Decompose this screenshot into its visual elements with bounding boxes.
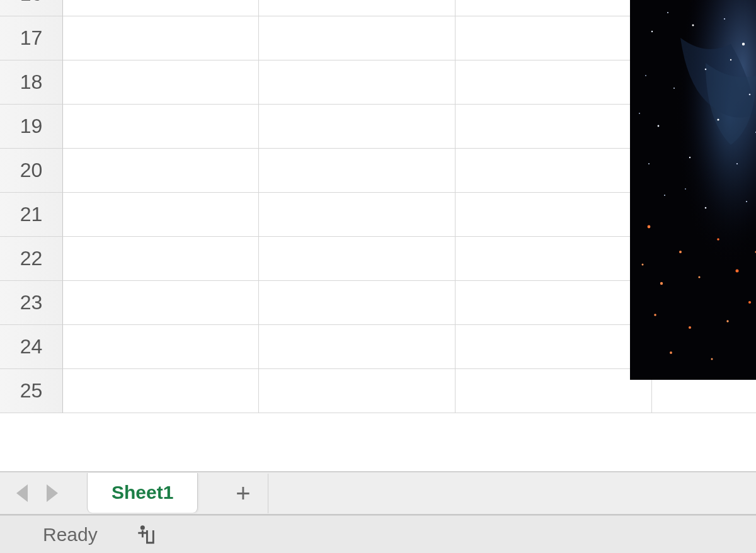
cell[interactable] [259, 325, 455, 369]
cell[interactable] [63, 281, 259, 325]
row-header[interactable]: 20 [0, 149, 63, 193]
row-header[interactable]: 18 [0, 60, 63, 105]
row-header[interactable]: 19 [0, 105, 63, 149]
svg-point-33 [645, 75, 646, 76]
svg-point-21 [717, 238, 719, 241]
cell[interactable] [455, 369, 652, 413]
svg-point-38 [140, 525, 145, 530]
accessibility-icon[interactable] [135, 524, 157, 545]
svg-point-3 [651, 31, 653, 32]
cell[interactable] [63, 237, 259, 281]
svg-point-27 [726, 320, 728, 322]
sheet-tabs-bar: Sheet1 + [0, 471, 756, 515]
next-sheet-button[interactable] [47, 484, 58, 502]
cell[interactable] [455, 325, 652, 369]
svg-point-9 [673, 88, 675, 89]
cell[interactable] [259, 193, 455, 237]
cell[interactable] [455, 0, 652, 16]
cell[interactable] [455, 149, 652, 193]
cell[interactable] [259, 0, 455, 16]
svg-point-28 [748, 301, 751, 304]
svg-point-18 [746, 201, 747, 202]
svg-point-34 [730, 59, 731, 60]
svg-point-19 [648, 225, 651, 229]
cell[interactable] [259, 60, 455, 105]
cell[interactable] [63, 60, 259, 105]
row-header[interactable]: 25 [0, 369, 63, 413]
cell[interactable] [259, 149, 455, 193]
cell[interactable] [63, 149, 259, 193]
cell[interactable] [259, 281, 455, 325]
svg-point-4 [667, 12, 668, 13]
row-header[interactable]: 16 [0, 0, 63, 16]
sheet-tab-label: Sheet1 [112, 482, 173, 503]
row-header[interactable]: 21 [0, 193, 63, 237]
svg-point-6 [724, 18, 725, 20]
svg-point-7 [742, 43, 745, 45]
cell[interactable] [455, 193, 652, 237]
svg-point-12 [749, 94, 751, 96]
status-bar: Ready [0, 515, 756, 553]
svg-point-14 [689, 157, 690, 158]
svg-point-5 [692, 25, 694, 26]
cell[interactable] [63, 105, 259, 149]
svg-point-20 [679, 251, 682, 253]
cell[interactable] [63, 369, 259, 413]
status-text: Ready [43, 524, 98, 545]
add-sheet-button[interactable]: + [218, 474, 268, 513]
cell[interactable] [259, 369, 455, 413]
svg-point-17 [705, 207, 707, 209]
row-header[interactable]: 23 [0, 281, 63, 325]
cell[interactable] [259, 16, 455, 60]
svg-point-36 [639, 113, 640, 114]
svg-point-37 [685, 188, 686, 190]
spreadsheet-grid[interactable]: 16 17 18 19 20 21 22 23 24 25 [0, 0, 756, 471]
cell[interactable] [63, 193, 259, 237]
cell[interactable] [455, 60, 652, 105]
svg-point-26 [689, 326, 691, 329]
plus-icon: + [236, 479, 250, 508]
svg-point-30 [711, 358, 713, 360]
row-header[interactable]: 17 [0, 16, 63, 60]
cell[interactable] [63, 16, 259, 60]
svg-point-29 [670, 351, 672, 354]
svg-point-23 [698, 276, 700, 278]
svg-point-24 [736, 270, 739, 273]
cell[interactable] [455, 281, 652, 325]
cell[interactable] [259, 237, 455, 281]
sheet-tab-active[interactable]: Sheet1 [87, 473, 198, 513]
svg-point-10 [658, 125, 660, 127]
svg-point-16 [664, 195, 665, 196]
svg-point-8 [705, 69, 707, 71]
row-header[interactable]: 22 [0, 237, 63, 281]
svg-point-13 [648, 163, 650, 164]
cell[interactable] [455, 237, 652, 281]
cell[interactable] [259, 105, 455, 149]
svg-point-15 [736, 163, 738, 164]
svg-point-31 [642, 264, 644, 266]
cell[interactable] [455, 105, 652, 149]
prev-sheet-button[interactable] [16, 484, 28, 502]
row-header[interactable]: 24 [0, 325, 63, 369]
svg-point-25 [654, 314, 656, 316]
svg-point-22 [660, 282, 663, 285]
embedded-image[interactable] [630, 0, 756, 380]
cell[interactable] [455, 16, 652, 60]
cell[interactable] [63, 0, 259, 16]
cell[interactable] [63, 325, 259, 369]
svg-point-11 [717, 118, 719, 120]
